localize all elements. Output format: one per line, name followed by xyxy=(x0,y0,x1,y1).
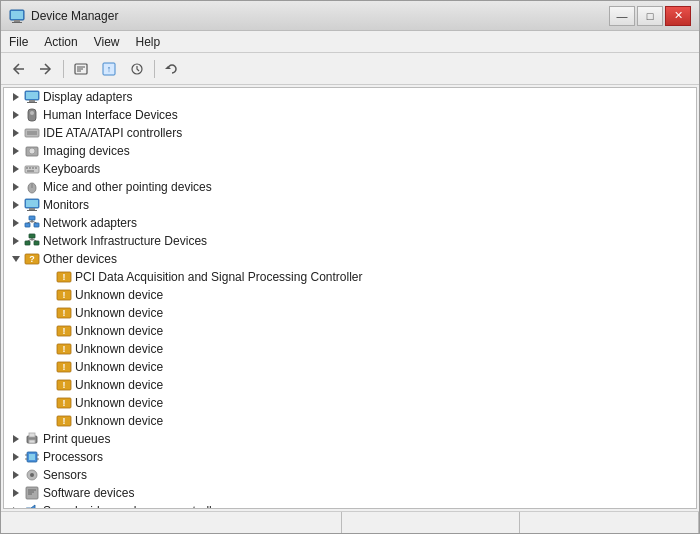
scan-button[interactable] xyxy=(124,57,150,81)
svg-marker-25 xyxy=(13,147,19,155)
expand-icon-unknown3[interactable] xyxy=(40,323,56,339)
device-label-processors: Processors xyxy=(43,448,103,466)
device-label-imaging: Imaging devices xyxy=(43,142,130,160)
device-icon-imaging xyxy=(24,143,40,159)
tree-item-unknown5[interactable]: !Unknown device xyxy=(4,358,696,376)
tree-item-processors[interactable]: Processors xyxy=(4,448,696,466)
expand-icon-unknown8[interactable] xyxy=(40,413,56,429)
svg-rect-3 xyxy=(12,22,22,23)
tree-item-other[interactable]: ?Other devices xyxy=(4,250,696,268)
tree-item-unknown3[interactable]: !Unknown device xyxy=(4,322,696,340)
device-icon-unknown3: ! xyxy=(56,323,72,339)
device-icon-unknown7: ! xyxy=(56,395,72,411)
maximize-button[interactable]: □ xyxy=(637,6,663,26)
svg-marker-92 xyxy=(13,489,19,497)
refresh-button[interactable] xyxy=(159,57,185,81)
tree-item-unknown6[interactable]: !Unknown device xyxy=(4,376,696,394)
status-segment-3 xyxy=(520,512,699,533)
expand-icon-unknown1[interactable] xyxy=(40,287,56,303)
menu-view[interactable]: View xyxy=(86,33,128,51)
tree-item-mice[interactable]: Mice and other pointing devices xyxy=(4,178,696,196)
tree-item-keyboards[interactable]: Keyboards xyxy=(4,160,696,178)
device-label-unknown5: Unknown device xyxy=(75,358,163,376)
expand-icon-sensors[interactable] xyxy=(8,467,24,483)
svg-rect-18 xyxy=(27,102,37,103)
tree-item-pci[interactable]: !PCI Data Acquisition and Signal Process… xyxy=(4,268,696,286)
expand-icon-imaging[interactable] xyxy=(8,143,24,159)
svg-rect-33 xyxy=(35,167,37,169)
tree-item-print[interactable]: Print queues xyxy=(4,430,696,448)
svg-marker-43 xyxy=(13,219,19,227)
expand-icon-software[interactable] xyxy=(8,485,24,501)
expand-icon-unknown5[interactable] xyxy=(40,359,56,375)
device-icon-pci: ! xyxy=(56,269,72,285)
expand-icon-processors[interactable] xyxy=(8,449,24,465)
tree-item-netinfra[interactable]: Network Infrastructure Devices xyxy=(4,232,696,250)
update-driver-button[interactable]: ↑ xyxy=(96,57,122,81)
expand-icon-network[interactable] xyxy=(8,215,24,231)
tree-item-sound[interactable]: Sound, video and game controllers xyxy=(4,502,696,509)
tree-item-sensors[interactable]: Sensors xyxy=(4,466,696,484)
expand-icon-display-adapters[interactable] xyxy=(8,89,24,105)
svg-rect-32 xyxy=(32,167,34,169)
tree-item-monitors[interactable]: Monitors xyxy=(4,196,696,214)
menu-help[interactable]: Help xyxy=(128,33,169,51)
minimize-button[interactable]: — xyxy=(609,6,635,26)
tree-item-ide[interactable]: IDE ATA/ATAPI controllers xyxy=(4,124,696,142)
expand-icon-unknown2[interactable] xyxy=(40,305,56,321)
expand-icon-monitors[interactable] xyxy=(8,197,24,213)
tree-item-unknown4[interactable]: !Unknown device xyxy=(4,340,696,358)
expand-icon-pci[interactable] xyxy=(40,269,56,285)
device-icon-monitors xyxy=(24,197,40,213)
device-icon-unknown8: ! xyxy=(56,413,72,429)
menu-action[interactable]: Action xyxy=(36,33,85,51)
tree-item-imaging[interactable]: Imaging devices xyxy=(4,142,696,160)
properties-button[interactable] xyxy=(68,57,94,81)
svg-marker-97 xyxy=(13,507,19,509)
device-label-software: Software devices xyxy=(43,484,134,502)
device-icon-unknown2: ! xyxy=(56,305,72,321)
expand-icon-unknown6[interactable] xyxy=(40,377,56,393)
svg-rect-84 xyxy=(29,454,35,460)
expand-icon-other[interactable] xyxy=(8,251,24,267)
expand-icon-mice[interactable] xyxy=(8,179,24,195)
app-icon xyxy=(9,8,25,24)
device-label-unknown8: Unknown device xyxy=(75,412,163,430)
expand-icon-netinfra[interactable] xyxy=(8,233,24,249)
forward-button[interactable] xyxy=(33,57,59,81)
device-tree[interactable]: Display adaptersHuman Interface DevicesI… xyxy=(3,87,697,509)
window-controls: — □ ✕ xyxy=(609,6,691,26)
close-button[interactable]: ✕ xyxy=(665,6,691,26)
device-label-network: Network adapters xyxy=(43,214,137,232)
expand-icon-unknown4[interactable] xyxy=(40,341,56,357)
expand-icon-keyboards[interactable] xyxy=(8,161,24,177)
main-window: Device Manager — □ ✕ File Action View He… xyxy=(0,0,700,534)
svg-point-91 xyxy=(30,473,34,477)
device-icon-network xyxy=(24,215,40,231)
expand-icon-print[interactable] xyxy=(8,431,24,447)
tree-item-software[interactable]: Software devices xyxy=(4,484,696,502)
menu-file[interactable]: File xyxy=(1,33,36,51)
svg-text:!: ! xyxy=(63,398,66,408)
svg-rect-1 xyxy=(11,11,23,19)
expand-icon-sound[interactable] xyxy=(8,503,24,509)
back-button[interactable] xyxy=(5,57,31,81)
status-segment-2 xyxy=(342,512,521,533)
tree-item-network[interactable]: Network adapters xyxy=(4,214,696,232)
expand-icon-hid[interactable] xyxy=(8,107,24,123)
tree-item-hid[interactable]: Human Interface Devices xyxy=(4,106,696,124)
tree-item-unknown8[interactable]: !Unknown device xyxy=(4,412,696,430)
svg-text:!: ! xyxy=(63,290,66,300)
svg-text:!: ! xyxy=(63,344,66,354)
svg-text:!: ! xyxy=(63,272,66,282)
tree-item-unknown2[interactable]: !Unknown device xyxy=(4,304,696,322)
expand-icon-unknown7[interactable] xyxy=(40,395,56,411)
device-label-sound: Sound, video and game controllers xyxy=(43,502,228,509)
expand-icon-ide[interactable] xyxy=(8,125,24,141)
svg-rect-30 xyxy=(26,167,28,169)
tree-item-unknown1[interactable]: !Unknown device xyxy=(4,286,696,304)
svg-marker-28 xyxy=(13,165,19,173)
tree-item-display-adapters[interactable]: Display adapters xyxy=(4,88,696,106)
svg-rect-17 xyxy=(29,100,35,102)
tree-item-unknown7[interactable]: !Unknown device xyxy=(4,394,696,412)
